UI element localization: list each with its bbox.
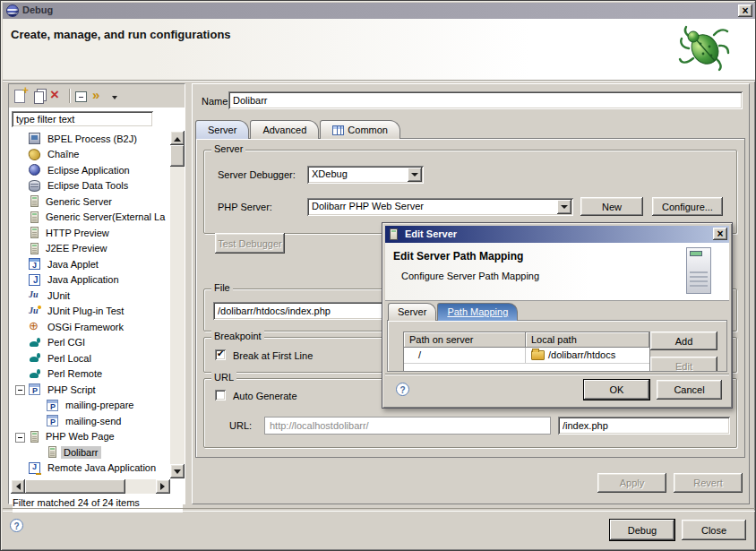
dialog-close-icon[interactable] [713,228,727,240]
eclipse-logo-icon [6,4,19,17]
tree-item-remote-java-application[interactable]: Remote Java Application [11,461,170,477]
tree-item-junit-plug-in-test[interactable]: JUnit Plug-in Test [11,304,170,320]
tree-item-java-applet[interactable]: Java Applet [11,256,170,272]
tab-advanced-label: Advanced [262,122,306,139]
debug-window: Debug Create, manage, and run configurat… [0,0,756,551]
auto-generate-checkbox[interactable] [215,390,226,400]
tree-item-perl-cgi[interactable]: Perl CGI [11,335,170,351]
scroll-up-icon[interactable] [170,131,185,145]
tree-horizontal-scrollbar[interactable] [11,479,170,494]
php-icon [47,400,58,411]
tab-server[interactable]: Server [195,120,249,139]
tree-item-label: Perl Remote [45,367,105,380]
column-local-path[interactable]: Local path [526,332,649,348]
collapse-all-icon[interactable] [75,91,87,102]
tab-advanced[interactable]: Advanced [250,120,319,139]
chevron-down-icon[interactable] [557,200,571,214]
server-group: Server Server Debugger: XDebug PHP Serve… [203,150,737,234]
vertical-scroll-thumb[interactable] [170,145,185,167]
tree-item-dolibarr[interactable]: Dolibarr [11,444,170,461]
apply-button[interactable]: Apply [597,473,666,493]
perl-remote-icon [29,368,40,380]
tree-item-php-script[interactable]: PHP Script [11,382,170,398]
close-button[interactable]: Close [682,520,746,540]
tree-vertical-scrollbar[interactable] [170,131,185,478]
filter-input[interactable] [12,111,153,127]
break-first-line-checkbox[interactable] [215,349,226,360]
edit-server-dialog: Edit Server Edit Server Path Mapping Con… [382,222,733,409]
tree-item-http-preview[interactable]: HTTP Preview [11,225,170,241]
window-close-icon[interactable] [738,4,752,17]
horizontal-scroll-thumb[interactable] [25,479,125,494]
tree-item-cha-ne[interactable]: Chaîne [11,147,170,163]
tree-item-perl-remote[interactable]: Perl Remote [11,366,170,383]
file-group-title: File [211,282,233,293]
tree-item-label: PHP Web Page [43,430,117,443]
collapse-expander-icon[interactable] [15,385,25,395]
dialog-tab-path-mapping[interactable]: Path Mapping [437,303,518,321]
php-server-select[interactable]: Dolibarr PHP Web Server [307,198,573,216]
url-path-input[interactable] [558,417,730,435]
server-debugger-label: Server Debugger: [218,169,296,180]
tree-item-bpel-process-b2j[interactable]: BPEL Process (B2J) [11,131,170,147]
osgi-icon [29,321,40,332]
column-path-on-server[interactable]: Path on server [404,332,526,348]
tree-item-eclipse-application[interactable]: Eclipse Application [11,162,170,178]
tree-item-osgi-framework[interactable]: OSGi Framework [11,319,170,335]
banner-title: Create, manage, and run configurations [11,28,231,41]
name-input[interactable] [228,91,743,109]
collapse-expander-icon[interactable] [15,433,25,443]
tree-item-generic-server-external-la[interactable]: Generic Server(External La [11,210,170,226]
tree-item-j2ee-preview[interactable]: J2EE Preview [11,241,170,257]
dialog-tabs: Server Path Mapping [388,303,519,321]
tree-item-junit[interactable]: JUnit [11,288,170,304]
tree-item-label: JUnit Plug-in Test [45,305,126,317]
dialog-help-icon[interactable] [396,383,409,396]
server-debugger-select[interactable]: XDebug [307,166,424,184]
test-debugger-button[interactable]: Test Debugger [215,233,285,254]
common-table-icon [332,125,344,135]
tree-item-generic-server[interactable]: Generic Server [11,194,170,210]
header-banner: Create, manage, and run configurations [3,19,755,81]
base-url-input [264,417,551,435]
configure-server-button[interactable]: Configure... [652,197,723,216]
ok-button[interactable]: OK [584,380,649,400]
scroll-right-icon[interactable] [156,479,170,494]
scroll-left-icon[interactable] [11,479,25,494]
tree-item-mailing-prepare[interactable]: mailing-prepare [11,398,170,414]
filter-menu-dropdown-icon[interactable] [112,96,117,102]
dialog-tab-server[interactable]: Server [388,303,436,321]
tree-item-java-application[interactable]: Java Application [11,272,170,288]
window-title: Debug [22,4,53,15]
data-tools-icon [29,180,40,192]
tab-common[interactable]: Common [320,120,400,139]
new-launch-configuration-icon[interactable] [14,90,25,103]
tree-item-php-web-page[interactable]: PHP Web Page [11,429,170,445]
tree-item-perl-local[interactable]: Perl Local [11,350,170,366]
server-group-title: Server [211,143,245,154]
tree-item-mailing-send[interactable]: mailing-send [11,413,170,429]
scroll-down-icon[interactable] [170,464,185,478]
cancel-button[interactable]: Cancel [657,380,722,400]
tree-item-eclipse-data-tools[interactable]: Eclipse Data Tools [11,178,170,194]
folder-icon [531,350,545,360]
tree-item-label: J2EE Preview [43,242,109,254]
java-icon [29,274,40,286]
help-icon[interactable] [10,519,23,532]
revert-button[interactable]: Revert [674,473,743,493]
eclipse-app-icon [29,164,40,176]
filter-launch-configurations-icon[interactable] [92,89,107,103]
edit-mapping-button[interactable]: Edit [650,357,717,372]
add-mapping-button[interactable]: Add [650,331,717,350]
table-row[interactable]: / /dolibarr/htdocs [404,348,649,364]
chevron-down-icon[interactable] [408,168,422,182]
server-icon [390,228,398,240]
local-path-cell: /dolibarr/htdocs [526,348,649,363]
perl-icon [29,352,40,364]
name-label: Name: [202,96,230,107]
new-server-button[interactable]: New [580,197,643,216]
tree-item-label: Eclipse Data Tools [45,179,131,192]
debug-button[interactable]: Debug [610,520,674,540]
delete-icon[interactable] [49,89,64,103]
duplicate-icon[interactable] [34,91,44,104]
